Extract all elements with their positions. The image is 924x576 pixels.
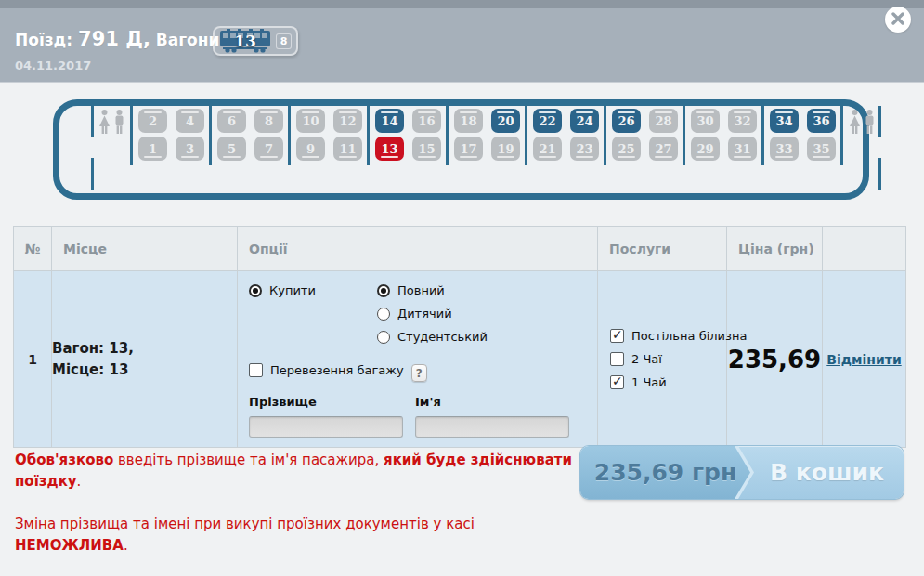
wagon-dialog: Поїзд: 791 Д, Вагони: 04.11.2017 (0, 0, 924, 576)
services-cell: Постільна білизна 2 Чаї 1 Чай (598, 271, 727, 448)
seat-2[interactable]: 2 (138, 109, 167, 133)
seat-23[interactable]: 23 (570, 137, 599, 161)
seat-9[interactable]: 9 (296, 137, 325, 161)
seat-14[interactable]: 14 (375, 109, 404, 133)
cancel-link[interactable]: Відмінити (826, 352, 901, 367)
seat-13[interactable]: 13 (375, 137, 404, 161)
col-header-actions (823, 227, 906, 271)
col-header-services: Послуги (598, 227, 727, 271)
car-end-right (843, 106, 863, 193)
seat-33[interactable]: 33 (770, 137, 799, 161)
service-checkbox-two-teas[interactable] (610, 352, 624, 366)
add-to-basket-button[interactable]: 235,69 грн В кошик (580, 446, 904, 499)
options-cell: Купити Повний Дитячий (238, 271, 598, 448)
service-label-linen: Постільна білизна (631, 329, 747, 343)
seat-35[interactable]: 35 (807, 137, 836, 161)
door-divider-left (91, 106, 94, 190)
seat-11[interactable]: 11 (333, 137, 362, 161)
service-label-two-teas: 2 Чаї (631, 352, 662, 366)
seat-36[interactable]: 36 (807, 109, 836, 133)
seat-34[interactable]: 34 (770, 109, 799, 133)
selected-wagon-number: 13 (219, 30, 271, 52)
row-number: 1 (14, 271, 52, 448)
seat-28[interactable]: 28 (649, 109, 678, 133)
booking-table: № Місце Опції Послуги Ціна (грн) 1 Вагон… (13, 226, 906, 448)
seat-5[interactable]: 5 (217, 137, 246, 161)
seat-3[interactable]: 3 (176, 137, 204, 161)
wagon-button-other[interactable]: 8 (276, 33, 292, 49)
warnings-block: Обов'язково введіть прізвище та ім'я пас… (15, 450, 572, 576)
compartment: 30293231 (683, 106, 761, 165)
compartment: 34333635 (761, 106, 843, 165)
service-checkbox-one-tea[interactable] (610, 375, 624, 389)
tariff-radio-full-label: Повний (397, 283, 445, 297)
compartments: 2143658710912111413161518172019222124232… (130, 106, 843, 165)
seat-25[interactable]: 25 (612, 137, 641, 161)
seat-6[interactable]: 6 (217, 109, 246, 133)
compartment: 26252827 (604, 106, 683, 165)
warning-change-bold: НЕМОЖЛИВА (15, 537, 124, 554)
seat-16[interactable]: 16 (412, 109, 441, 133)
name-input[interactable] (415, 416, 569, 438)
seat-24[interactable]: 24 (570, 109, 599, 133)
seat-4[interactable]: 4 (176, 109, 204, 133)
seat-7[interactable]: 7 (254, 137, 283, 161)
buy-radio[interactable] (249, 284, 262, 297)
warning-required: Обов'язково введіть прізвище та ім'я пас… (15, 450, 572, 492)
dialog-header: Поїзд: 791 Д, Вагони: 04.11.2017 (0, 0, 924, 83)
seat-26[interactable]: 26 (612, 109, 641, 133)
seat-32[interactable]: 32 (728, 109, 757, 133)
table-header-row: № Місце Опції Послуги Ціна (грн) (14, 227, 906, 271)
door-divider-right (878, 106, 881, 190)
warning-required-text: введіть прізвище та ім'я пасажира, (113, 452, 384, 468)
warning-required-period: . (77, 473, 82, 490)
seat-1[interactable]: 1 (138, 137, 167, 161)
place-line1: Вагон: 13, (52, 338, 237, 360)
tariff-radio-child[interactable] (377, 308, 390, 321)
place-line2: Місце: 13 (52, 360, 237, 381)
seat-31[interactable]: 31 (728, 137, 757, 161)
dialog-title: Поїзд: 791 Д, Вагони: (15, 28, 226, 50)
seat-17[interactable]: 17 (454, 137, 483, 161)
seat-8[interactable]: 8 (254, 109, 283, 133)
warning-change: Зміна прізвища та імені при викупі проїз… (15, 514, 572, 556)
seat-22[interactable]: 22 (533, 109, 562, 133)
close-button[interactable] (885, 7, 911, 33)
seat-10[interactable]: 10 (296, 109, 325, 133)
tariff-radio-full[interactable] (377, 284, 390, 297)
seat-20[interactable]: 20 (491, 109, 520, 133)
car-end-left (59, 106, 130, 193)
seat-12[interactable]: 12 (333, 109, 362, 133)
service-checkbox-linen[interactable] (610, 329, 624, 343)
compartment: 14131615 (367, 106, 446, 165)
tariff-radio-student[interactable] (377, 331, 390, 344)
col-header-price: Ціна (грн) (727, 227, 823, 271)
help-button[interactable]: ? (411, 364, 427, 382)
col-header-num: № (14, 227, 52, 271)
seat-18[interactable]: 18 (454, 109, 483, 133)
surname-label: Прізвище (249, 395, 403, 409)
table-row: 1 Вагон: 13, Місце: 13 Купити (14, 271, 906, 448)
compartment: 1091211 (288, 106, 367, 165)
wagon-selector: 13 8 (213, 26, 298, 56)
tariff-radio-student-label: Студентський (397, 330, 488, 344)
seat-29[interactable]: 29 (691, 137, 720, 161)
seat-15[interactable]: 15 (412, 137, 441, 161)
close-icon (891, 11, 904, 29)
wc-icon-right (849, 110, 876, 135)
baggage-checkbox-label: Перевезення багажу (270, 363, 404, 377)
train-label: Поїзд: (15, 31, 72, 49)
basket-label: В кошик (750, 446, 904, 499)
basket-price: 235,69 грн (580, 446, 750, 499)
seat-27[interactable]: 27 (649, 137, 678, 161)
wagon-button-selected[interactable]: 13 (219, 29, 271, 53)
baggage-checkbox[interactable] (249, 363, 263, 377)
compartment: 18172019 (446, 106, 525, 165)
seat-21[interactable]: 21 (533, 137, 562, 161)
surname-input[interactable] (249, 416, 403, 438)
col-header-options: Опції (238, 227, 598, 271)
seat-30[interactable]: 30 (691, 109, 720, 133)
compartment: 2143 (130, 106, 209, 165)
seat-19[interactable]: 19 (491, 137, 520, 161)
buy-radio-label: Купити (269, 283, 316, 297)
